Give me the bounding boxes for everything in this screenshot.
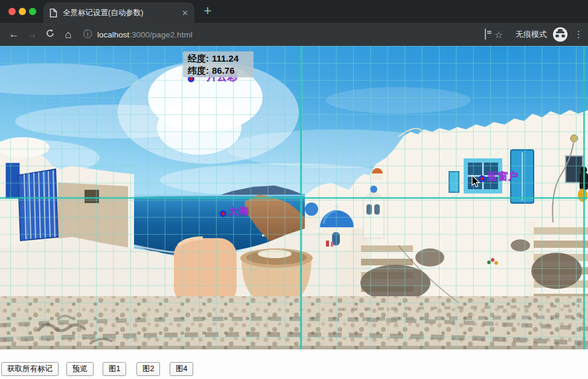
image1-button[interactable]: 图1	[103, 362, 126, 376]
forward-icon[interactable]: →	[23, 28, 41, 40]
incognito-icon	[553, 27, 567, 42]
page-info-icon[interactable]: ⓘ	[83, 29, 92, 40]
longitude-value: 111.24	[212, 53, 238, 65]
dark-window	[85, 190, 99, 203]
marker-label: 蓝窗户	[487, 170, 518, 182]
panorama-photo	[0, 46, 588, 349]
marker-label: 大海	[228, 206, 249, 217]
latitude-label: 纬度:	[188, 65, 209, 77]
url-text: localhost:3000/page2.html	[97, 30, 193, 39]
close-window-button[interactable]	[8, 8, 16, 15]
longitude-label: 经度:	[188, 53, 209, 65]
controls-footer: 获取所有标记 预览 图1 图2 图4	[0, 349, 588, 379]
tab-title: 全景标记设置(自动参数)	[63, 8, 177, 18]
tab-close-icon[interactable]: ✕	[182, 8, 188, 18]
blue-gate	[18, 169, 58, 241]
minimize-window-button[interactable]	[19, 8, 26, 15]
tab-strip: 全景标记设置(自动参数) ✕ +	[0, 0, 588, 23]
tab-active[interactable]: 全景标记设置(自动参数) ✕	[43, 2, 194, 23]
panorama-viewer[interactable]: 一片云彩 大海 蓝窗户 经度:111.24 纬度:86.76	[0, 46, 588, 349]
get-all-markers-button[interactable]: 获取所有标记	[1, 362, 59, 376]
browser-toolbar: ← → ⌂ ⓘ localhost:3000/page2.html ☆ 无痕模式…	[0, 23, 588, 46]
marker-sea[interactable]: 大海	[220, 206, 249, 217]
translate-icon[interactable]	[485, 29, 486, 40]
reload-icon[interactable]	[41, 28, 59, 41]
incognito-label: 无痕模式	[516, 29, 547, 40]
back-icon[interactable]: ←	[5, 28, 23, 40]
url-host: localhost	[97, 30, 129, 39]
latitude-value: 86.76	[212, 65, 235, 77]
toolbar-right: ☆ 无痕模式 ⋮	[481, 27, 583, 42]
zoom-window-button[interactable]	[29, 8, 36, 15]
marker-dot[interactable]	[479, 175, 485, 182]
home-icon[interactable]: ⌂	[59, 28, 77, 41]
address-bar[interactable]: ⓘ localhost:3000/page2.html	[83, 29, 481, 40]
menu-dots-icon[interactable]: ⋮	[574, 29, 583, 40]
browser-window: 全景标记设置(自动参数) ✕ + ← → ⌂ ⓘ localhost:3000/…	[0, 0, 588, 379]
preview-button[interactable]: 预览	[66, 362, 94, 376]
image4-button[interactable]: 图4	[170, 362, 193, 376]
marker-blue-window[interactable]: 蓝窗户	[479, 170, 518, 182]
marker-dot[interactable]	[220, 210, 226, 217]
coordinates-tooltip: 经度:111.24 纬度:86.76	[183, 51, 254, 77]
new-tab-button[interactable]: +	[200, 3, 216, 19]
image2-button[interactable]: 图2	[136, 362, 160, 376]
page-icon	[50, 8, 57, 18]
bookmark-star-icon[interactable]: ☆	[494, 29, 503, 40]
url-path: :3000/page2.html	[129, 30, 192, 39]
